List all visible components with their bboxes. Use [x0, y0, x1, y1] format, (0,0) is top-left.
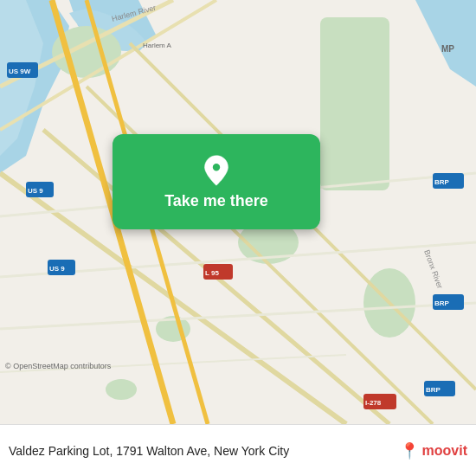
- svg-text:BRP: BRP: [434, 299, 450, 307]
- location-pin-icon: [200, 154, 233, 187]
- location-title: Valdez Parking Lot, 1791 Walton Ave, New…: [9, 444, 400, 458]
- svg-rect-6: [320, 17, 389, 190]
- svg-text:L 95: L 95: [205, 269, 219, 277]
- take-me-there-button[interactable]: Take me there: [113, 134, 320, 229]
- svg-text:BRP: BRP: [426, 386, 441, 394]
- svg-text:I-278: I-278: [365, 399, 382, 407]
- moovit-pin-icon: 📍: [400, 441, 419, 460]
- bottom-bar: Valdez Parking Lot, 1791 Walton Ave, New…: [0, 424, 476, 476]
- svg-point-10: [106, 379, 137, 400]
- moovit-text: moovit: [422, 443, 467, 459]
- take-me-there-label: Take me there: [164, 192, 268, 210]
- svg-text:US 9: US 9: [28, 187, 43, 195]
- svg-point-44: [212, 163, 221, 171]
- svg-text:Harlem A: Harlem A: [143, 42, 172, 49]
- svg-text:MP: MP: [441, 44, 454, 54]
- svg-text:BRP: BRP: [434, 178, 450, 186]
- osm-attribution: © OpenStreetMap contributors: [5, 362, 111, 370]
- svg-text:US 9W: US 9W: [9, 68, 31, 75]
- moovit-logo: 📍 moovit: [400, 441, 467, 460]
- map-container: US 9W US 9 US 9 L 95 BRP BRP BRP I-278 H…: [0, 0, 476, 424]
- svg-text:US 9: US 9: [49, 265, 65, 273]
